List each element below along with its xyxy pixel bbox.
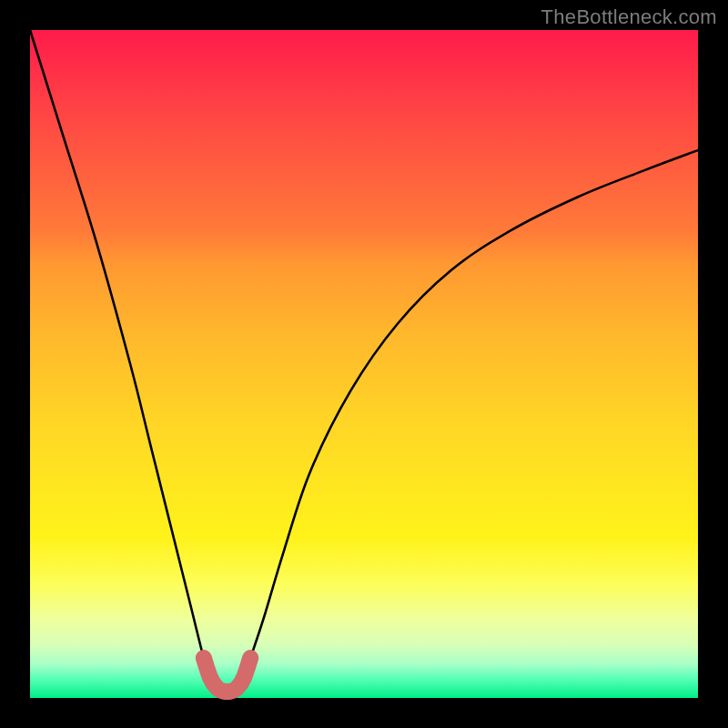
plot-area [30, 30, 698, 698]
outer-frame: TheBottleneck.com [0, 0, 728, 728]
bottleneck-curve [30, 30, 698, 692]
watermark-text: TheBottleneck.com [541, 5, 717, 29]
chart-svg [30, 30, 698, 698]
valley-marker [204, 658, 250, 692]
